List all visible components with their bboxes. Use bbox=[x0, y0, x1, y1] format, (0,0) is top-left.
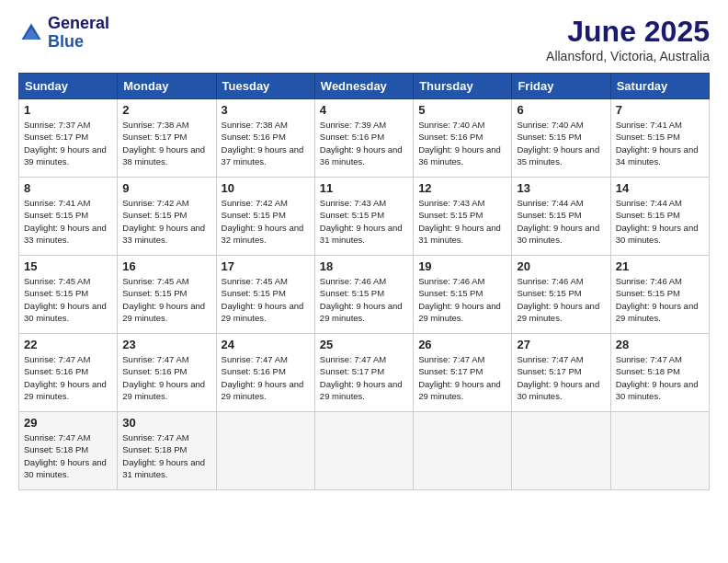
table-row: 26 Sunrise: 7:47 AM Sunset: 5:17 PM Dayl… bbox=[414, 334, 512, 412]
page: General Blue June 2025 Allansford, Victo… bbox=[0, 0, 728, 563]
table-row: 18 Sunrise: 7:46 AM Sunset: 5:15 PM Dayl… bbox=[314, 256, 413, 334]
col-monday: Monday bbox=[118, 74, 216, 99]
day-number: 9 bbox=[122, 181, 210, 195]
col-friday: Friday bbox=[512, 74, 610, 99]
table-row: 4 Sunrise: 7:39 AM Sunset: 5:16 PM Dayli… bbox=[314, 99, 413, 178]
col-saturday: Saturday bbox=[610, 74, 709, 99]
day-info: Sunrise: 7:43 AM Sunset: 5:15 PM Dayligh… bbox=[320, 197, 408, 246]
table-row: 3 Sunrise: 7:38 AM Sunset: 5:16 PM Dayli… bbox=[216, 99, 314, 178]
table-row: 14 Sunrise: 7:44 AM Sunset: 5:15 PM Dayl… bbox=[610, 178, 709, 256]
day-number: 19 bbox=[418, 259, 506, 273]
day-number: 10 bbox=[222, 181, 310, 195]
logo-line1: General bbox=[48, 15, 109, 33]
day-info: Sunrise: 7:37 AM Sunset: 5:17 PM Dayligh… bbox=[24, 119, 112, 167]
day-number: 15 bbox=[24, 259, 112, 273]
table-row: 25 Sunrise: 7:47 AM Sunset: 5:17 PM Dayl… bbox=[314, 334, 413, 412]
day-info: Sunrise: 7:47 AM Sunset: 5:17 PM Dayligh… bbox=[320, 353, 408, 402]
day-number: 13 bbox=[517, 181, 605, 195]
table-row: 8 Sunrise: 7:41 AM Sunset: 5:15 PM Dayli… bbox=[19, 178, 118, 256]
day-info: Sunrise: 7:46 AM Sunset: 5:15 PM Dayligh… bbox=[616, 275, 704, 324]
day-number: 23 bbox=[122, 338, 210, 351]
table-row: 16 Sunrise: 7:45 AM Sunset: 5:15 PM Dayl… bbox=[118, 256, 216, 334]
day-info: Sunrise: 7:47 AM Sunset: 5:18 PM Dayligh… bbox=[24, 431, 112, 480]
table-row bbox=[512, 412, 610, 490]
day-info: Sunrise: 7:46 AM Sunset: 5:15 PM Dayligh… bbox=[517, 275, 605, 324]
calendar-table: Sunday Monday Tuesday Wednesday Thursday… bbox=[18, 73, 710, 490]
table-row bbox=[314, 412, 413, 490]
day-info: Sunrise: 7:46 AM Sunset: 5:15 PM Dayligh… bbox=[320, 275, 408, 324]
day-info: Sunrise: 7:39 AM Sunset: 5:16 PM Dayligh… bbox=[320, 119, 408, 167]
day-number: 22 bbox=[24, 338, 112, 351]
table-row: 21 Sunrise: 7:46 AM Sunset: 5:15 PM Dayl… bbox=[610, 256, 709, 334]
day-info: Sunrise: 7:45 AM Sunset: 5:15 PM Dayligh… bbox=[222, 275, 310, 324]
table-row: 7 Sunrise: 7:41 AM Sunset: 5:15 PM Dayli… bbox=[610, 99, 709, 178]
day-info: Sunrise: 7:44 AM Sunset: 5:15 PM Dayligh… bbox=[517, 197, 605, 246]
table-row: 1 Sunrise: 7:37 AM Sunset: 5:17 PM Dayli… bbox=[19, 99, 118, 178]
day-number: 16 bbox=[122, 259, 210, 273]
day-number: 26 bbox=[418, 338, 506, 351]
day-info: Sunrise: 7:46 AM Sunset: 5:15 PM Dayligh… bbox=[418, 275, 506, 324]
day-number: 14 bbox=[616, 181, 704, 195]
day-info: Sunrise: 7:41 AM Sunset: 5:15 PM Dayligh… bbox=[24, 197, 112, 246]
logo-icon bbox=[18, 20, 44, 46]
table-row: 22 Sunrise: 7:47 AM Sunset: 5:16 PM Dayl… bbox=[19, 334, 118, 412]
day-info: Sunrise: 7:47 AM Sunset: 5:18 PM Dayligh… bbox=[616, 353, 704, 402]
day-number: 29 bbox=[24, 416, 112, 430]
table-row: 23 Sunrise: 7:47 AM Sunset: 5:16 PM Dayl… bbox=[118, 334, 216, 412]
table-row: 12 Sunrise: 7:43 AM Sunset: 5:15 PM Dayl… bbox=[414, 178, 512, 256]
table-row: 27 Sunrise: 7:47 AM Sunset: 5:17 PM Dayl… bbox=[512, 334, 610, 412]
col-tuesday: Tuesday bbox=[216, 74, 314, 99]
header: General Blue June 2025 Allansford, Victo… bbox=[18, 15, 710, 63]
day-info: Sunrise: 7:43 AM Sunset: 5:15 PM Dayligh… bbox=[418, 197, 506, 246]
table-row bbox=[610, 412, 709, 490]
month-title: June 2025 bbox=[546, 15, 710, 49]
table-row: 5 Sunrise: 7:40 AM Sunset: 5:16 PM Dayli… bbox=[414, 99, 512, 178]
day-number: 12 bbox=[418, 181, 506, 195]
table-row: 2 Sunrise: 7:38 AM Sunset: 5:17 PM Dayli… bbox=[118, 99, 216, 178]
day-info: Sunrise: 7:38 AM Sunset: 5:16 PM Dayligh… bbox=[222, 119, 310, 167]
day-info: Sunrise: 7:38 AM Sunset: 5:17 PM Dayligh… bbox=[122, 119, 210, 167]
day-info: Sunrise: 7:40 AM Sunset: 5:16 PM Dayligh… bbox=[418, 119, 506, 167]
location: Allansford, Victoria, Australia bbox=[546, 49, 710, 63]
table-row: 19 Sunrise: 7:46 AM Sunset: 5:15 PM Dayl… bbox=[414, 256, 512, 334]
table-row: 29 Sunrise: 7:47 AM Sunset: 5:18 PM Dayl… bbox=[19, 412, 118, 490]
table-row: 6 Sunrise: 7:40 AM Sunset: 5:15 PM Dayli… bbox=[512, 99, 610, 178]
day-info: Sunrise: 7:47 AM Sunset: 5:18 PM Dayligh… bbox=[122, 431, 210, 480]
day-number: 11 bbox=[320, 181, 408, 195]
day-number: 4 bbox=[320, 103, 408, 117]
table-row: 15 Sunrise: 7:45 AM Sunset: 5:15 PM Dayl… bbox=[19, 256, 118, 334]
day-number: 30 bbox=[122, 416, 210, 430]
day-number: 7 bbox=[616, 103, 704, 117]
day-info: Sunrise: 7:47 AM Sunset: 5:16 PM Dayligh… bbox=[24, 353, 112, 402]
col-wednesday: Wednesday bbox=[314, 74, 413, 99]
table-row bbox=[414, 412, 512, 490]
table-row bbox=[216, 412, 314, 490]
day-info: Sunrise: 7:44 AM Sunset: 5:15 PM Dayligh… bbox=[616, 197, 704, 246]
day-number: 27 bbox=[517, 338, 605, 351]
table-row: 20 Sunrise: 7:46 AM Sunset: 5:15 PM Dayl… bbox=[512, 256, 610, 334]
day-info: Sunrise: 7:42 AM Sunset: 5:15 PM Dayligh… bbox=[122, 197, 210, 246]
day-number: 21 bbox=[616, 259, 704, 273]
header-row: Sunday Monday Tuesday Wednesday Thursday… bbox=[19, 74, 710, 99]
logo-text: General Blue bbox=[48, 15, 109, 52]
day-info: Sunrise: 7:41 AM Sunset: 5:15 PM Dayligh… bbox=[616, 119, 704, 167]
day-number: 3 bbox=[222, 103, 310, 117]
table-row: 9 Sunrise: 7:42 AM Sunset: 5:15 PM Dayli… bbox=[118, 178, 216, 256]
day-number: 6 bbox=[517, 103, 605, 117]
day-info: Sunrise: 7:45 AM Sunset: 5:15 PM Dayligh… bbox=[122, 275, 210, 324]
day-number: 18 bbox=[320, 259, 408, 273]
day-info: Sunrise: 7:45 AM Sunset: 5:15 PM Dayligh… bbox=[24, 275, 112, 324]
day-info: Sunrise: 7:47 AM Sunset: 5:16 PM Dayligh… bbox=[222, 353, 310, 402]
day-info: Sunrise: 7:47 AM Sunset: 5:17 PM Dayligh… bbox=[517, 353, 605, 402]
day-number: 1 bbox=[24, 103, 112, 117]
table-row: 11 Sunrise: 7:43 AM Sunset: 5:15 PM Dayl… bbox=[314, 178, 413, 256]
day-info: Sunrise: 7:47 AM Sunset: 5:17 PM Dayligh… bbox=[418, 353, 506, 402]
col-sunday: Sunday bbox=[19, 74, 118, 99]
table-row: 28 Sunrise: 7:47 AM Sunset: 5:18 PM Dayl… bbox=[610, 334, 709, 412]
logo-line2: Blue bbox=[48, 33, 109, 52]
day-number: 24 bbox=[222, 338, 310, 351]
day-number: 17 bbox=[222, 259, 310, 273]
table-row: 24 Sunrise: 7:47 AM Sunset: 5:16 PM Dayl… bbox=[216, 334, 314, 412]
day-info: Sunrise: 7:40 AM Sunset: 5:15 PM Dayligh… bbox=[517, 119, 605, 167]
day-number: 20 bbox=[517, 259, 605, 273]
